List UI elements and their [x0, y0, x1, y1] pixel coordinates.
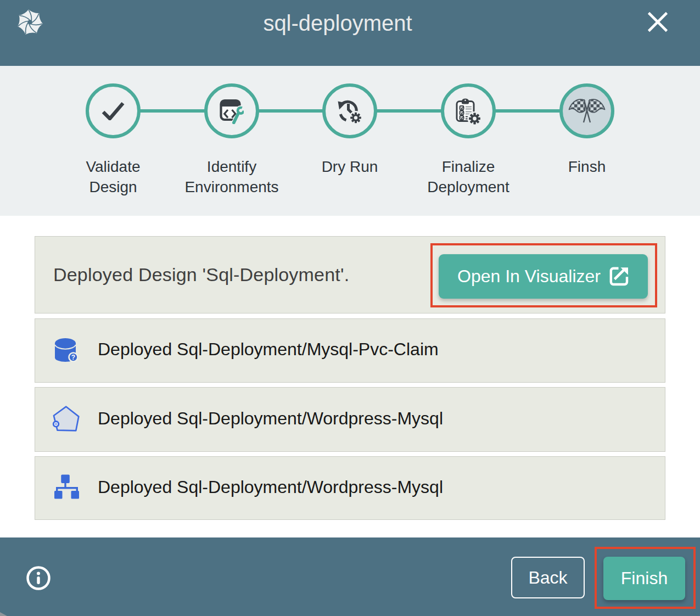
svg-text:?: ?	[71, 354, 75, 361]
